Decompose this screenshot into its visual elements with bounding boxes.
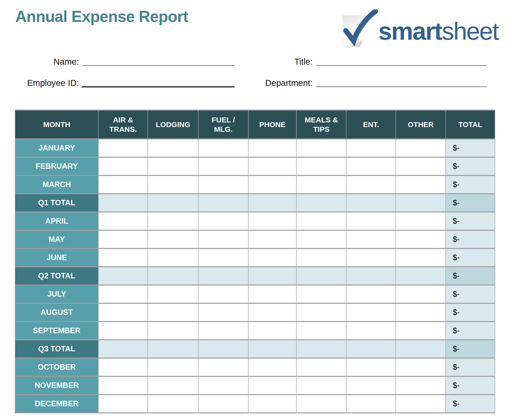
- table-row-january: JANUARY $-: [15, 139, 495, 157]
- expense-cell[interactable]: [296, 139, 346, 157]
- expense-cell[interactable]: [346, 322, 396, 340]
- expense-cell[interactable]: [148, 248, 198, 267]
- expense-cell[interactable]: [98, 157, 148, 175]
- expense-cell[interactable]: [346, 358, 396, 376]
- expense-cell[interactable]: [98, 175, 148, 194]
- expense-cell[interactable]: [148, 395, 198, 413]
- expense-cell[interactable]: [248, 139, 296, 157]
- smartsheet-logo: smartsheet: [342, 9, 510, 54]
- expense-cell[interactable]: [148, 285, 198, 303]
- expense-cell[interactable]: [148, 212, 198, 230]
- expense-cell[interactable]: [198, 212, 248, 230]
- expense-cell[interactable]: [98, 285, 148, 303]
- expense-cell[interactable]: [296, 212, 346, 230]
- expense-cell[interactable]: [346, 175, 396, 194]
- expense-cell[interactable]: [98, 395, 148, 413]
- brand-sheet: sheet: [442, 17, 498, 45]
- expense-cell[interactable]: [198, 139, 248, 157]
- expense-cell[interactable]: [98, 303, 148, 322]
- table-row-june: JUNE $-: [15, 248, 495, 267]
- expense-cell[interactable]: [148, 376, 198, 395]
- quarter-subtotal-cell: [346, 340, 396, 358]
- expense-cell[interactable]: [396, 139, 446, 157]
- expense-cell[interactable]: [148, 157, 198, 175]
- expense-cell[interactable]: [148, 175, 198, 194]
- quarter-subtotal-cell: [296, 194, 346, 212]
- expense-cell[interactable]: [198, 285, 248, 303]
- expense-cell[interactable]: [198, 322, 248, 340]
- expense-cell[interactable]: [296, 175, 346, 194]
- brand-smart: smart: [378, 17, 442, 45]
- expense-cell[interactable]: [296, 285, 346, 303]
- expense-cell[interactable]: [198, 248, 248, 267]
- expense-cell[interactable]: [98, 230, 148, 248]
- expense-cell[interactable]: [148, 322, 198, 340]
- expense-cell[interactable]: [346, 248, 396, 267]
- expense-cell[interactable]: [296, 376, 346, 395]
- expense-cell[interactable]: [148, 139, 198, 157]
- expense-cell[interactable]: [396, 248, 446, 267]
- department-input-line[interactable]: [316, 86, 487, 87]
- total-cell: $-: [446, 340, 495, 358]
- expense-cell[interactable]: [148, 230, 198, 248]
- expense-cell[interactable]: [396, 376, 446, 395]
- expense-cell[interactable]: [98, 376, 148, 395]
- title-input-line[interactable]: [316, 65, 487, 66]
- name-input-line[interactable]: [82, 65, 235, 66]
- expense-cell[interactable]: [248, 285, 296, 303]
- expense-cell[interactable]: [248, 212, 296, 230]
- expense-cell[interactable]: [396, 157, 446, 175]
- employee-id-label: Employee ID:: [0, 78, 79, 88]
- employee-id-input-line[interactable]: [82, 86, 235, 87]
- expense-cell[interactable]: [248, 157, 296, 175]
- expense-cell[interactable]: [296, 322, 346, 340]
- expense-cell[interactable]: [296, 157, 346, 175]
- expense-cell[interactable]: [248, 376, 296, 395]
- expense-cell[interactable]: [346, 376, 396, 395]
- expense-cell[interactable]: [296, 395, 346, 413]
- expense-cell[interactable]: [296, 248, 346, 267]
- quarter-subtotal-cell: [346, 267, 396, 285]
- expense-cell[interactable]: [248, 175, 296, 194]
- expense-cell[interactable]: [98, 358, 148, 376]
- expense-cell[interactable]: [396, 395, 446, 413]
- expense-cell[interactable]: [346, 230, 396, 248]
- expense-cell[interactable]: [248, 248, 296, 267]
- expense-cell[interactable]: [396, 358, 446, 376]
- expense-cell[interactable]: [98, 212, 148, 230]
- expense-cell[interactable]: [346, 285, 396, 303]
- expense-cell[interactable]: [248, 395, 296, 413]
- expense-cell[interactable]: [296, 358, 346, 376]
- expense-cell[interactable]: [248, 230, 296, 248]
- expense-cell[interactable]: [396, 175, 446, 194]
- expense-cell[interactable]: [346, 303, 396, 322]
- table-row-q3-total: Q3 TOTAL $-: [15, 340, 495, 358]
- expense-cell[interactable]: [346, 395, 396, 413]
- expense-cell[interactable]: [198, 358, 248, 376]
- expense-cell[interactable]: [296, 303, 346, 322]
- expense-cell[interactable]: [198, 303, 248, 322]
- expense-cell[interactable]: [396, 230, 446, 248]
- expense-cell[interactable]: [296, 230, 346, 248]
- expense-cell[interactable]: [248, 322, 296, 340]
- expense-cell[interactable]: [346, 212, 396, 230]
- expense-cell[interactable]: [346, 139, 396, 157]
- expense-cell[interactable]: [98, 322, 148, 340]
- table-row-february: FEBRUARY $-: [15, 157, 495, 175]
- expense-cell[interactable]: [98, 139, 148, 157]
- expense-cell[interactable]: [346, 157, 396, 175]
- expense-cell[interactable]: [98, 248, 148, 267]
- expense-cell[interactable]: [396, 212, 446, 230]
- expense-cell[interactable]: [198, 175, 248, 194]
- expense-cell[interactable]: [198, 230, 248, 248]
- expense-cell[interactable]: [396, 285, 446, 303]
- expense-cell[interactable]: [198, 376, 248, 395]
- expense-cell[interactable]: [396, 322, 446, 340]
- expense-cell[interactable]: [148, 303, 198, 322]
- expense-cell[interactable]: [198, 395, 248, 413]
- expense-cell[interactable]: [248, 303, 296, 322]
- expense-cell[interactable]: [396, 303, 446, 322]
- expense-cell[interactable]: [198, 157, 248, 175]
- expense-cell[interactable]: [148, 358, 198, 376]
- expense-cell[interactable]: [248, 358, 296, 376]
